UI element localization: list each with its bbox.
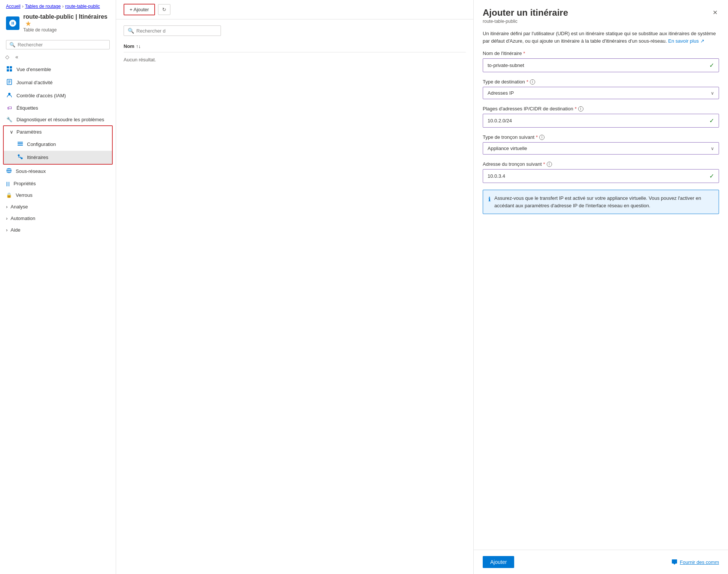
troncon-type-value: Appliance virtuelle xyxy=(488,146,527,151)
add-button[interactable]: + Ajouter xyxy=(124,4,155,15)
sidebar-item-sous-reseaux[interactable]: Sous-réseaux xyxy=(0,165,116,178)
info-icon-troncon-type[interactable]: i xyxy=(539,135,545,140)
drawer-footer: Ajouter Fournir des comm xyxy=(474,550,728,574)
drawer-header: Ajouter un itinéraire route-table-public… xyxy=(474,0,728,24)
breadcrumb-accueil[interactable]: Accueil xyxy=(6,4,21,9)
form-group-plages: Plages d'adresses IP/CIDR de destination… xyxy=(483,106,719,128)
diamond-icon-btn[interactable]: ◇ xyxy=(3,52,12,61)
svg-rect-10 xyxy=(18,143,23,144)
sidebar-item-analyse[interactable]: › Analyse xyxy=(0,201,116,213)
main-area: + Ajouter ↻ 🔍 Nom ↑↓ Aucun résultat. xyxy=(116,0,473,574)
sidebar-label-analyse: Analyse xyxy=(10,204,28,210)
journal-icon xyxy=(6,79,13,86)
resource-header: route-table-public | Itinéraires ★ Table… xyxy=(0,11,116,37)
drawer-description: Un itinéraire défini par l'utilisateur (… xyxy=(483,30,719,45)
parametres-label: Paramètres xyxy=(16,129,42,135)
form-group-type-dest: Type de destination * i Adresses IP ∨ xyxy=(483,79,719,99)
lock-icon: 🔒 xyxy=(6,192,12,198)
info-icon-troncon-addr[interactable]: i xyxy=(547,162,552,167)
breadcrumb-route-table[interactable]: route-table-public xyxy=(65,4,100,9)
alert-text: Assurez-vous que le transfert IP est act… xyxy=(494,195,713,209)
search-bar[interactable]: 🔍 xyxy=(6,40,110,49)
sidebar-item-configuration[interactable]: Configuration xyxy=(4,138,112,151)
sidebar-label-vue-ensemble: Vue d'ensemble xyxy=(16,67,51,72)
learn-more-link[interactable]: En savoir plus ↗ xyxy=(668,38,704,44)
sidebar-label-controle: Contrôle d'accès (IAM) xyxy=(16,93,66,98)
breadcrumb: Accueil › Tables de routage › route-tabl… xyxy=(0,0,116,11)
sidebar-item-aide[interactable]: › Aide xyxy=(0,224,116,236)
sort-icon[interactable]: ↑↓ xyxy=(136,43,141,49)
tag-icon: 🏷 xyxy=(6,105,13,111)
collapse-btn[interactable]: « xyxy=(13,52,21,61)
resource-subtitle: Table de routage xyxy=(23,27,110,33)
parametres-header[interactable]: ∨ Paramètres xyxy=(4,126,112,138)
search-input[interactable] xyxy=(18,42,106,48)
main-search-input[interactable] xyxy=(136,28,199,34)
form-label-troncon-addr: Adresse du tronçon suivant * i xyxy=(483,161,719,167)
svg-rect-11 xyxy=(18,145,23,146)
sidebar-label-journal: Journal d'activité xyxy=(16,80,52,85)
sidebar-item-verrous[interactable]: 🔒 Verrous xyxy=(0,189,116,201)
routes-icon xyxy=(17,154,23,161)
form-input-plages[interactable]: 10.0.2.0/24 ✓ xyxy=(483,114,719,128)
svg-rect-0 xyxy=(7,66,9,68)
main-search-bar[interactable]: 🔍 xyxy=(124,25,221,36)
subnet-icon xyxy=(6,168,12,175)
drawer-title: Ajouter un itinéraire xyxy=(483,7,568,18)
nom-value: to-private-subnet xyxy=(488,62,524,68)
chevron-right-icon-automation: › xyxy=(6,216,7,221)
properties-icon: ||| xyxy=(6,181,10,186)
sidebar-label-configuration: Configuration xyxy=(27,141,56,147)
svg-point-8 xyxy=(8,93,10,95)
svg-rect-1 xyxy=(10,66,12,68)
checkmark-icon-troncon-addr: ✓ xyxy=(709,172,714,180)
svg-rect-3 xyxy=(10,69,12,71)
feedback-link[interactable]: Fournir des comm xyxy=(671,559,719,565)
parametres-section: ∨ Paramètres Configuration Itinéraires xyxy=(3,125,113,165)
form-label-troncon-type: Type de tronçon suivant * i xyxy=(483,134,719,140)
sidebar-item-vue-ensemble[interactable]: Vue d'ensemble xyxy=(0,63,116,76)
refresh-button[interactable]: ↻ xyxy=(158,4,170,15)
info-icon-plages[interactable]: i xyxy=(578,106,583,112)
form-group-troncon-addr: Adresse du tronçon suivant * i 10.0.3.4 … xyxy=(483,161,719,183)
chevron-down-icon-type-dest: ∨ xyxy=(711,91,714,96)
form-input-troncon-addr[interactable]: 10.0.3.4 ✓ xyxy=(483,169,719,183)
sidebar-label-itineraires: Itinéraires xyxy=(27,155,48,160)
form-input-nom[interactable]: to-private-subnet ✓ xyxy=(483,58,719,72)
type-dest-value: Adresses IP xyxy=(488,90,514,96)
form-label-plages: Plages d'adresses IP/CIDR de destination… xyxy=(483,106,719,112)
chevron-down-icon-troncon-type: ∨ xyxy=(711,146,714,151)
no-result-text: Aucun résultat. xyxy=(124,52,466,67)
close-button[interactable]: ✕ xyxy=(711,7,719,18)
checkmark-icon-plages: ✓ xyxy=(709,117,714,124)
info-icon-type-dest[interactable]: i xyxy=(530,79,535,85)
info-alert-icon: ℹ xyxy=(488,195,491,209)
config-icon xyxy=(17,141,23,148)
sidebar-label-verrous: Verrous xyxy=(16,192,33,198)
svg-rect-2 xyxy=(7,69,9,71)
sidebar-item-journal[interactable]: Journal d'activité xyxy=(0,76,116,89)
form-group-troncon-type: Type de tronçon suivant * i Appliance vi… xyxy=(483,134,719,155)
svg-point-13 xyxy=(21,158,23,159)
alert-box: ℹ Assurez-vous que le transfert IP est a… xyxy=(483,190,719,214)
drawer-body: Un itinéraire défini par l'utilisateur (… xyxy=(474,24,728,550)
form-label-nom: Nom de l'itinéraire * xyxy=(483,51,719,56)
sidebar-item-diagnostiquer[interactable]: 🔧 Diagnostiquer et résoudre les problème… xyxy=(0,114,116,125)
plages-value: 10.0.2.0/24 xyxy=(488,118,512,123)
breadcrumb-tables[interactable]: Tables de routage xyxy=(25,4,61,9)
form-input-type-dest[interactable]: Adresses IP ∨ xyxy=(483,87,719,99)
submit-button[interactable]: Ajouter xyxy=(483,556,514,568)
sidebar-label-aide: Aide xyxy=(10,227,20,233)
sidebar-item-itineraires[interactable]: Itinéraires xyxy=(4,151,112,164)
sidebar-item-controle[interactable]: Contrôle d'accès (IAM) xyxy=(0,89,116,102)
sidebar-label-diagnostiquer: Diagnostiquer et résoudre les problèmes xyxy=(16,117,104,122)
svg-rect-9 xyxy=(18,142,23,143)
main-toolbar: + Ajouter ↻ xyxy=(116,0,473,19)
form-input-troncon-type[interactable]: Appliance virtuelle ∨ xyxy=(483,142,719,155)
sidebar-item-proprietes[interactable]: ||| Propriétés xyxy=(0,178,116,189)
chevron-right-icon-aide: › xyxy=(6,227,7,233)
sidebar-label-etiquettes: Étiquettes xyxy=(16,105,38,111)
main-content: 🔍 Nom ↑↓ Aucun résultat. xyxy=(116,19,473,574)
sidebar-item-automation[interactable]: › Automation xyxy=(0,213,116,224)
sidebar-item-etiquettes[interactable]: 🏷 Étiquettes xyxy=(0,102,116,114)
